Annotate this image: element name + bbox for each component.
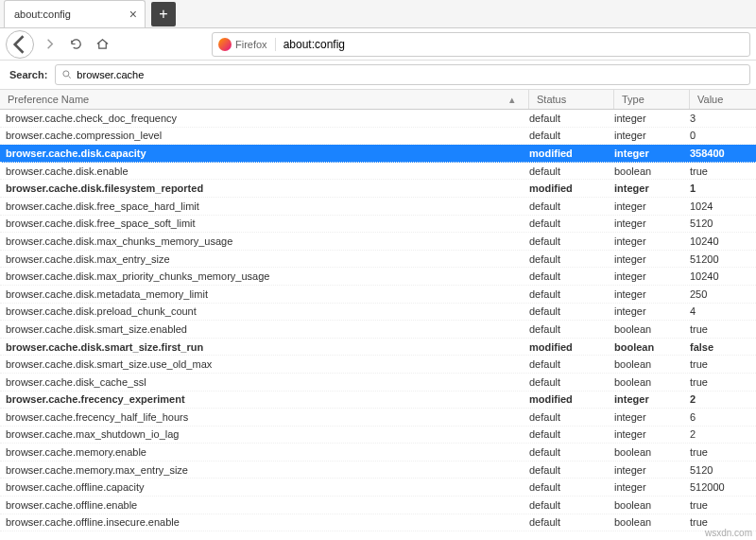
svg-point-0: [63, 71, 69, 77]
pref-row[interactable]: browser.cache.disk.enabledefaultbooleant…: [0, 163, 756, 181]
pref-status: modified: [529, 393, 614, 405]
col-pref-name[interactable]: Preference Name ▴: [0, 90, 529, 109]
home-icon: [95, 37, 110, 51]
pref-type: integer: [614, 464, 690, 476]
new-tab-button[interactable]: +: [151, 2, 176, 26]
pref-value: 3: [690, 113, 756, 124]
pref-search-bar: Search:: [0, 61, 756, 89]
pref-row[interactable]: browser.cache.memory.enabledefaultboolea…: [0, 444, 756, 462]
search-label: Search:: [6, 69, 47, 80]
pref-type: boolean: [614, 499, 690, 511]
reload-icon: [69, 37, 83, 51]
pref-name: browser.cache.max_shutdown_io_lag: [0, 428, 529, 440]
active-tab[interactable]: about:config ×: [4, 0, 146, 27]
watermark: wsxdn.com: [705, 528, 752, 538]
pref-status: default: [529, 200, 614, 212]
pref-name: browser.cache.disk.free_space_hard_limit: [0, 200, 529, 212]
pref-name: browser.cache.disk.max_entry_size: [0, 253, 529, 265]
pref-value: 10240: [690, 235, 756, 247]
pref-row[interactable]: browser.cache.frecency_experimentmodifie…: [0, 392, 756, 409]
home-button[interactable]: [91, 33, 113, 56]
pref-row[interactable]: browser.cache.disk.smart_size.enableddef…: [0, 321, 756, 339]
url-input[interactable]: [284, 38, 744, 51]
pref-status: default: [529, 253, 614, 265]
pref-row[interactable]: browser.cache.disk_cache_ssldefaultboole…: [0, 374, 756, 392]
pref-name: browser.cache.memory.max_entry_size: [0, 464, 529, 476]
pref-row[interactable]: browser.cache.max_shutdown_io_lagdefault…: [0, 427, 756, 444]
column-headers: Preference Name ▴ Status Type Value: [0, 89, 756, 110]
pref-value: 0: [690, 130, 756, 141]
pref-row[interactable]: browser.cache.disk.max_chunks_memory_usa…: [0, 233, 756, 251]
search-icon: [61, 69, 73, 80]
pref-row[interactable]: browser.cache.offline.insecure.enabledef…: [0, 514, 756, 532]
pref-row[interactable]: browser.cache.compression_leveldefaultin…: [0, 128, 756, 146]
pref-status: default: [529, 130, 614, 141]
pref-row[interactable]: browser.cache.disk.max_entry_sizedefault…: [0, 251, 756, 269]
pref-row[interactable]: browser.cache.disk.smart_size.use_old_ma…: [0, 356, 756, 374]
brand-label: Firefox: [235, 39, 267, 50]
pref-row[interactable]: browser.cache.memory.max_entry_sizedefau…: [0, 462, 756, 479]
pref-row[interactable]: browser.cache.disk.capacitymodifiedinteg…: [0, 145, 756, 163]
pref-row[interactable]: browser.cache.frecency_half_life_hoursde…: [0, 409, 756, 427]
pref-value: 1: [690, 183, 756, 194]
pref-status: modified: [529, 341, 614, 353]
pref-row[interactable]: browser.cache.disk.metadata_memory_limit…: [0, 286, 756, 304]
firefox-icon: [218, 38, 232, 51]
back-button[interactable]: [6, 30, 34, 59]
pref-type: integer: [614, 428, 690, 440]
pref-type: integer: [614, 393, 690, 405]
pref-status: default: [529, 235, 614, 247]
reload-button[interactable]: [64, 33, 87, 56]
pref-name: browser.cache.disk.max_chunks_memory_usa…: [0, 235, 529, 247]
pref-name: browser.cache.offline.capacity: [0, 481, 529, 493]
pref-row[interactable]: browser.cache.check_doc_frequencydefault…: [0, 110, 756, 128]
pref-row[interactable]: browser.cache.disk.max_priority_chunks_m…: [0, 268, 756, 286]
pref-name: browser.cache.disk.capacity: [0, 148, 529, 159]
pref-row[interactable]: browser.cache.disk.free_space_hard_limit…: [0, 198, 756, 216]
pref-value: true: [690, 358, 756, 370]
pref-list: browser.cache.check_doc_frequencydefault…: [0, 110, 756, 531]
pref-status: default: [529, 270, 614, 282]
search-field[interactable]: [55, 64, 750, 85]
pref-name: browser.cache.memory.enable: [0, 446, 529, 458]
pref-row[interactable]: browser.cache.disk.free_space_soft_limit…: [0, 216, 756, 234]
arrow-left-icon: [7, 31, 33, 58]
pref-value: 4: [690, 305, 756, 317]
search-input[interactable]: [77, 69, 744, 80]
pref-name: browser.cache.disk.smart_size.enabled: [0, 323, 529, 335]
pref-status: default: [529, 218, 614, 229]
pref-status: default: [529, 113, 614, 124]
identity-box[interactable]: Firefox: [218, 38, 276, 51]
pref-type: integer: [614, 411, 690, 423]
pref-value: 51200: [690, 253, 756, 265]
pref-type: boolean: [614, 358, 690, 370]
pref-row[interactable]: browser.cache.offline.enabledefaultboole…: [0, 496, 756, 514]
pref-status: default: [529, 428, 614, 440]
pref-value: 358400: [690, 148, 756, 159]
col-status[interactable]: Status: [529, 90, 614, 109]
pref-value: 512000: [690, 481, 756, 493]
col-type[interactable]: Type: [614, 90, 690, 109]
pref-name: browser.cache.disk.smart_size.use_old_ma…: [0, 358, 529, 370]
col-value[interactable]: Value: [690, 90, 756, 109]
pref-status: default: [529, 411, 614, 423]
forward-button[interactable]: [38, 33, 60, 56]
pref-row[interactable]: browser.cache.disk.preload_chunk_countde…: [0, 304, 756, 322]
arrow-right-icon: [43, 37, 57, 51]
pref-name: browser.cache.disk.enable: [0, 165, 529, 177]
pref-status: modified: [529, 183, 614, 194]
pref-value: 10240: [690, 270, 756, 282]
pref-type: integer: [614, 481, 690, 493]
pref-row[interactable]: browser.cache.disk.smart_size.first_runm…: [0, 339, 756, 357]
address-bar[interactable]: Firefox: [212, 32, 750, 57]
pref-row[interactable]: browser.cache.offline.capacitydefaultint…: [0, 479, 756, 496]
pref-value: false: [690, 341, 756, 353]
pref-name: browser.cache.disk.smart_size.first_run: [0, 341, 529, 353]
pref-status: default: [529, 288, 614, 300]
pref-type: integer: [614, 148, 690, 159]
pref-status: default: [529, 376, 614, 388]
pref-status: default: [529, 358, 614, 370]
pref-value: 2: [690, 393, 756, 405]
pref-row[interactable]: browser.cache.disk.filesystem_reportedmo…: [0, 180, 756, 198]
close-icon[interactable]: ×: [129, 7, 137, 22]
